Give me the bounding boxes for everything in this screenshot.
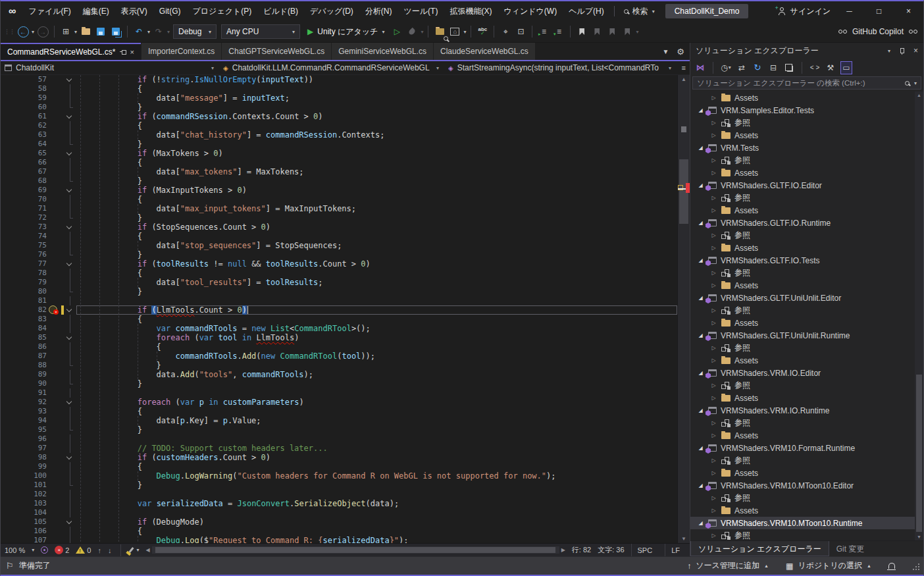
line-number[interactable]: 95 (1, 425, 47, 434)
line-number[interactable]: 70 (1, 195, 47, 204)
glyph-margin[interactable] (47, 130, 61, 140)
fold-margin[interactable] (64, 370, 76, 379)
fold-margin[interactable] (64, 296, 76, 305)
expanded-arrow-icon[interactable]: ◢ (697, 370, 704, 376)
navigate-forward-button[interactable]: → (36, 24, 49, 39)
platform-select[interactable]: Any CPU▾ (221, 24, 300, 39)
expanded-arrow-icon[interactable]: ◢ (697, 445, 704, 451)
tree-item-project[interactable]: ◢VRMShaders.VRM10.Format.Runtime (690, 442, 923, 454)
close-button[interactable]: × (894, 1, 923, 21)
line-number[interactable]: 61 (1, 112, 47, 121)
code-line[interactable]: 74 { (1, 232, 690, 241)
open-file-button[interactable] (79, 24, 92, 39)
fold-margin[interactable] (64, 250, 76, 259)
expanded-arrow-icon[interactable]: ◢ (697, 257, 704, 263)
fold-margin[interactable] (64, 342, 76, 352)
tree-item-folder[interactable]: ▷Assets (690, 392, 923, 404)
fold-margin[interactable] (64, 223, 76, 232)
menu-item[interactable]: 編集(E) (77, 1, 115, 21)
scroll-up-icon[interactable]: ▲ (678, 76, 690, 82)
code-line[interactable]: 101 } (1, 481, 690, 490)
track-active-item-button[interactable]: ▭ (840, 61, 852, 74)
column-indicator[interactable]: 文字: 36 (598, 545, 624, 555)
collapsed-arrow-icon[interactable]: ▷ (710, 382, 717, 388)
glyph-margin[interactable] (47, 527, 61, 536)
code-line[interactable]: 107 Debug.Log($"Request to Command R: {s… (1, 536, 690, 543)
code-line[interactable]: 63 data["chat_history"] = commandRSessio… (1, 130, 690, 140)
collapsed-arrow-icon[interactable]: ▷ (710, 345, 717, 351)
collapsed-arrow-icon[interactable]: ▷ (710, 245, 717, 251)
copy-structure-button[interactable]: ⊡ (514, 24, 527, 39)
collapsed-arrow-icon[interactable]: ▷ (710, 420, 717, 426)
fold-margin[interactable] (64, 481, 76, 490)
chevron-down-icon[interactable]: ▾ (32, 29, 34, 35)
tree-item-folder[interactable]: ▷Assets (690, 467, 923, 479)
maximize-button[interactable]: □ (864, 1, 894, 21)
error-indicator[interactable]: ×2 (55, 546, 69, 554)
glyph-margin[interactable] (47, 158, 61, 167)
code-line[interactable]: 69 if (MaxInputTokens > 0) (1, 186, 690, 195)
code-line[interactable]: 66 { (1, 158, 690, 167)
code-line[interactable]: 93 { (1, 407, 690, 416)
collapsed-arrow-icon[interactable]: ▷ (710, 533, 717, 538)
fold-margin[interactable] (64, 158, 76, 167)
fold-margin[interactable] (64, 287, 76, 296)
collapsed-arrow-icon[interactable]: ▷ (710, 395, 717, 401)
code-line[interactable]: 83 { (1, 315, 690, 324)
fold-margin[interactable] (64, 121, 76, 130)
code-line[interactable]: 91 (1, 388, 690, 398)
fold-margin[interactable] (64, 75, 76, 84)
glyph-margin[interactable] (47, 223, 61, 232)
menu-item[interactable]: ファイル(F) (22, 1, 76, 21)
expanded-arrow-icon[interactable]: ◢ (697, 407, 704, 413)
code-line[interactable]: 77 if (toolResults != null && toolResult… (1, 259, 690, 269)
glyph-margin[interactable] (47, 324, 61, 333)
glyph-margin[interactable] (47, 250, 61, 259)
fold-margin[interactable] (64, 213, 76, 223)
code-line[interactable]: 81 (1, 296, 690, 305)
fold-margin[interactable] (64, 93, 76, 103)
collapsed-arrow-icon[interactable]: ▷ (710, 132, 717, 138)
fold-margin[interactable] (64, 425, 76, 434)
code-line[interactable]: 71 data["max_input_tokens"] = MaxInputTo… (1, 204, 690, 213)
fold-margin[interactable] (64, 407, 76, 416)
collapsed-arrow-icon[interactable]: ▷ (710, 120, 717, 126)
tree-item-folder[interactable]: ▷Assets (690, 167, 923, 179)
fold-margin[interactable] (64, 315, 76, 324)
document-health-icon[interactable] (41, 546, 48, 554)
fold-margin[interactable] (64, 471, 76, 481)
tree-item-folder[interactable]: ▷Assets (690, 129, 923, 142)
redo-button[interactable]: ↷ (152, 24, 165, 39)
search-control[interactable]: 検索 ▾ (624, 6, 655, 17)
code-line[interactable]: 106 { (1, 527, 690, 536)
line-number[interactable]: 75 (1, 241, 47, 250)
fold-margin[interactable] (64, 462, 76, 471)
solution-search-input[interactable]: ソリューション エクスプローラー の検索 (Ctrl+:) ▾ (692, 76, 921, 90)
outdent-button[interactable]: ≡▸ (537, 24, 550, 39)
expanded-arrow-icon[interactable]: ◢ (697, 145, 704, 151)
glyph-margin[interactable] (47, 471, 61, 481)
tree-item-project[interactable]: ◢VRMShaders.VRM.IO.Editor (690, 367, 923, 379)
fold-margin[interactable] (64, 416, 76, 425)
scrollbar-thumb[interactable] (916, 375, 922, 532)
fold-margin[interactable] (64, 176, 76, 186)
expanded-arrow-icon[interactable]: ◢ (697, 520, 704, 526)
code-line[interactable]: 79 data["tool_results"] = toolResults; (1, 278, 690, 287)
collapsed-arrow-icon[interactable]: ▷ (710, 307, 717, 313)
chevron-down-icon[interactable]: ▾ (147, 29, 150, 35)
line-number[interactable]: 105 (1, 517, 47, 527)
glyph-margin[interactable] (47, 167, 61, 176)
glyph-margin[interactable] (47, 508, 61, 517)
line-number[interactable]: 74 (1, 232, 47, 241)
fold-margin[interactable] (64, 388, 76, 398)
previous-issue-button[interactable]: ↑ (97, 546, 101, 554)
chevron-down-icon[interactable]: ▾ (669, 65, 671, 71)
line-number[interactable]: 91 (1, 388, 47, 398)
refresh-icon[interactable]: ↻ (752, 61, 763, 74)
tree-item-project[interactable]: ◢VRMShaders.GLTF.UniUnlit.Editor (690, 292, 923, 304)
collapsed-arrow-icon[interactable]: ▷ (710, 495, 717, 501)
menu-item[interactable]: ツール(T) (398, 1, 444, 21)
glyph-margin[interactable] (47, 453, 61, 462)
find-in-files-button[interactable] (433, 24, 446, 39)
tree-item-refs[interactable]: ▷参照 (690, 417, 923, 429)
